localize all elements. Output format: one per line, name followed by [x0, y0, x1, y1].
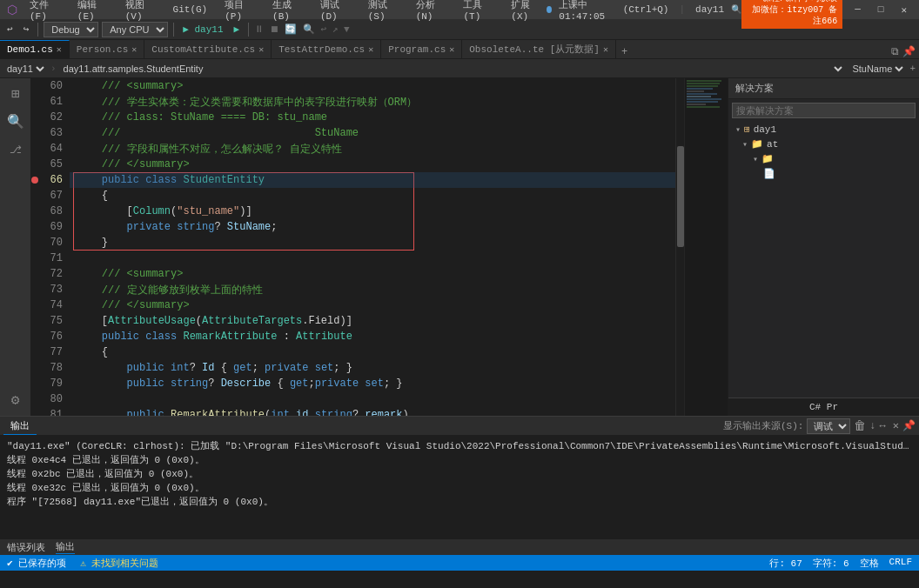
path-dropdown-right[interactable]: StuName	[849, 63, 906, 75]
leaf1-icon: 📄	[763, 168, 775, 179]
run-button[interactable]: ▶ day11	[179, 23, 226, 36]
path-separator-icon: ›	[50, 63, 57, 74]
tab-program[interactable]: Program.cs ✕	[381, 40, 462, 58]
tab-add-button[interactable]: +	[616, 46, 633, 58]
code-line-67: {	[70, 188, 675, 204]
expand-arrow-sub1: ▾	[753, 154, 758, 164]
maximize-button[interactable]: □	[873, 4, 889, 15]
output-wrap-button[interactable]: ↔	[880, 420, 886, 432]
menu-git[interactable]: Git(G)	[168, 3, 213, 16]
menu-debug[interactable]: 调试(D)	[315, 0, 356, 23]
menu-edit[interactable]: 编辑(E)	[72, 0, 113, 23]
tab-testattr-close[interactable]: ✕	[368, 44, 373, 55]
output-scroll-button[interactable]: ↓	[869, 420, 875, 432]
line-num-72: 72	[38, 266, 66, 282]
minimap-line	[687, 83, 720, 84]
breakpoint-gutter	[31, 78, 38, 416]
search-bar[interactable]: 🔍	[731, 4, 741, 15]
window-title: day11	[695, 4, 724, 15]
code-line-69: private string? StuName;	[70, 219, 675, 235]
status-line: 行: 67	[769, 557, 802, 570]
scroll-thumb[interactable]	[677, 146, 684, 247]
tree-item-subfolder1[interactable]: ▾ 📁	[728, 151, 919, 166]
redo-button[interactable]: ↪	[20, 23, 33, 36]
solution-explorer-toggle[interactable]: ⧉	[891, 46, 899, 58]
code-line-71	[70, 251, 675, 266]
menu-build[interactable]: 生成(B)	[267, 0, 308, 23]
menu-analyze[interactable]: 分析(N)	[411, 0, 452, 23]
output-subtab-errors[interactable]: 错误列表	[7, 541, 45, 554]
tab-testattr[interactable]: TestAttrDemo.cs ✕	[272, 40, 381, 58]
code-line-65: /// </summary>	[70, 157, 675, 172]
solution-search	[728, 99, 919, 122]
output-pin-button[interactable]: 📌	[902, 419, 916, 432]
tab-program-close[interactable]: ✕	[449, 44, 454, 55]
minimap-line	[687, 96, 711, 97]
undo-button[interactable]: ↩	[3, 23, 17, 36]
menu-tools[interactable]: 工具(T)	[458, 0, 499, 23]
line-num-75: 75	[38, 313, 66, 329]
tree-item-leaf1[interactable]: 📄	[728, 166, 919, 181]
menu-view[interactable]: 视图(V)	[120, 0, 161, 23]
output-tab-output[interactable]: 输出	[3, 418, 37, 435]
tab-customattr-close[interactable]: ✕	[258, 44, 264, 55]
run-button-2[interactable]: ▶	[230, 23, 243, 36]
title-bar-right: 课程/课件学习获取 加微信：itzy007 备注666 ─ □ ✕	[741, 0, 912, 29]
minimize-button[interactable]: ─	[849, 4, 866, 15]
path-dropdown-center[interactable]: day11.attr.samples.StudentEntity	[60, 63, 846, 75]
line-num-69: 69	[38, 219, 66, 235]
tab-person-close[interactable]: ✕	[131, 44, 137, 55]
output-close-button[interactable]: ✕	[893, 419, 899, 432]
config-dropdown[interactable]: Debug	[44, 22, 98, 37]
tree-item-at[interactable]: ▾ 📁 at	[728, 137, 919, 151]
solution-search-input[interactable]	[732, 103, 916, 118]
line-num-64: 64	[38, 141, 66, 157]
vertical-scrollbar[interactable]	[675, 78, 684, 416]
status-saved: ✔ 已保存的项	[7, 557, 66, 570]
tab-obsolete-close[interactable]: ✕	[603, 44, 608, 55]
promo-banner-top: 课程/课件学习获取 加微信：itzy007 备注666	[741, 0, 842, 29]
platform-dropdown[interactable]: Any CPU	[102, 22, 168, 37]
title-bar-center: 上课中 01:47:05 (Ctrl+Q) | day11 🔍	[547, 0, 741, 22]
menu-extensions[interactable]: 扩展(X)	[506, 0, 547, 23]
line-num-81: 81	[38, 407, 66, 416]
tab-customattr[interactable]: CustomAttribute.cs ✕	[144, 40, 272, 58]
tab-demo1-close[interactable]: ✕	[57, 44, 62, 55]
solution-tree: ▾ ⊞ day1 ▾ 📁 at ▾ 📁 📄	[728, 122, 919, 398]
output-subtab-output[interactable]: 输出	[56, 540, 75, 554]
status-warning[interactable]: ⚠ 未找到相关问题	[80, 557, 158, 570]
status-char: 字符: 6	[813, 557, 849, 570]
activity-git[interactable]: ⎇	[3, 137, 28, 162]
menu-project[interactable]: 项目(P)	[219, 0, 260, 23]
tab-person[interactable]: Person.cs ✕	[70, 40, 144, 58]
code-editor[interactable]: /// <summary> /// 学生实体类：定义类需要和数据库中的表字段进行…	[70, 78, 675, 416]
code-line-76: public class RemarkAttribute : Attribute	[70, 329, 675, 344]
code-line-64: /// 字段和属性不对应，怎么解决呢？ 自定义特性	[70, 141, 675, 157]
solution-explorer-title: 解决方案	[735, 84, 774, 94]
tree-item-solution[interactable]: ▾ ⊞ day1	[728, 122, 919, 137]
toolbar-extras: ⏸ ⏹ 🔄 🔍 ↩ ↗ ▼	[254, 23, 349, 35]
output-source-dropdown[interactable]: 调试	[807, 418, 850, 434]
solution-explorer: 解决方案 ▾ ⊞ day1 ▾ 📁 at ▾ 📁 📄	[728, 78, 919, 416]
path-add-icon[interactable]: +	[909, 63, 916, 74]
activity-explorer[interactable]: ⊞	[3, 82, 28, 106]
activity-search[interactable]: 🔍	[3, 110, 28, 134]
menu-test[interactable]: 测试(S)	[363, 0, 404, 23]
line-num-76: 76	[38, 329, 66, 344]
minimap-line	[687, 98, 721, 100]
pin-icon[interactable]: 📌	[902, 45, 916, 58]
tab-demo1[interactable]: Demo1.cs ✕	[0, 40, 70, 58]
line-num-78: 78	[38, 360, 66, 376]
tab-obsolete[interactable]: ObsoleteA..te [从元数据] ✕	[462, 40, 616, 58]
close-button[interactable]: ✕	[896, 4, 912, 16]
output-clear-button[interactable]: 🗑	[854, 419, 866, 433]
tab-customattr-label: CustomAttribute.cs	[151, 44, 255, 55]
line-num-70: 70	[38, 235, 66, 251]
code-line-66: public class StudentEntity	[70, 172, 675, 188]
solution-explorer-header: 解决方案	[728, 78, 919, 99]
path-dropdown-left[interactable]: day11	[3, 63, 47, 75]
menu-file[interactable]: 文件(F)	[24, 0, 65, 23]
activity-bar-bottom: ⚙	[3, 388, 28, 412]
main-layout: ⊞ 🔍 ⎇ ⚙ 60 61 62 63 64 65 66 67 68	[0, 78, 919, 416]
activity-settings[interactable]: ⚙	[3, 388, 28, 412]
